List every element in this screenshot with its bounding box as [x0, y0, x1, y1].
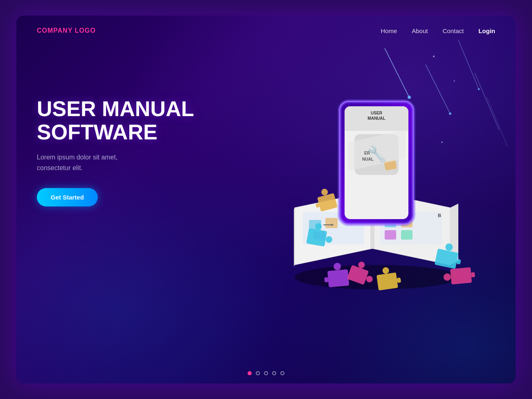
company-logo: COMPANY LOGO	[37, 27, 96, 34]
illustration-area: C B USER MANUAL 🔧 ER	[250, 48, 503, 326]
svg-rect-23	[401, 230, 413, 240]
svg-rect-15	[325, 218, 338, 228]
svg-rect-48	[324, 277, 328, 282]
svg-rect-46	[327, 269, 349, 287]
svg-rect-52	[376, 272, 398, 290]
svg-rect-54	[397, 278, 401, 283]
svg-point-12	[295, 265, 458, 289]
nav-about[interactable]: About	[412, 27, 428, 34]
svg-text:B: B	[438, 213, 441, 218]
svg-text:MANUAL: MANUAL	[367, 116, 385, 121]
get-started-button[interactable]: Get Started	[37, 188, 98, 206]
svg-text:ER: ER	[364, 151, 370, 155]
dot-1[interactable]	[248, 371, 252, 375]
svg-rect-43	[306, 228, 327, 247]
main-container: COMPANY LOGO Home About Contact Login US…	[16, 16, 516, 383]
nav-login[interactable]: Login	[478, 27, 495, 34]
dot-3[interactable]	[264, 371, 268, 375]
hero-description: Lorem ipsum dolor sit amet,consectetur e…	[37, 152, 194, 173]
svg-rect-60	[471, 272, 475, 278]
pagination-dots	[248, 371, 284, 375]
dot-5[interactable]	[280, 371, 284, 375]
nav-contact[interactable]: Contact	[442, 27, 464, 34]
dot-2[interactable]	[256, 371, 260, 375]
svg-rect-22	[385, 230, 396, 240]
nav-links: Home About Contact Login	[381, 27, 495, 34]
nav-home[interactable]: Home	[381, 27, 397, 34]
svg-text:USER: USER	[371, 111, 383, 115]
hero-title: USER MANUAL SOFTWARE	[37, 97, 194, 144]
svg-text:NUAL: NUAL	[362, 157, 374, 161]
hero-content: USER MANUAL SOFTWARE Lorem ipsum dolor s…	[37, 97, 194, 206]
dot-4[interactable]	[272, 371, 276, 375]
svg-rect-58	[450, 267, 472, 285]
navbar: COMPANY LOGO Home About Contact Login	[16, 16, 516, 46]
